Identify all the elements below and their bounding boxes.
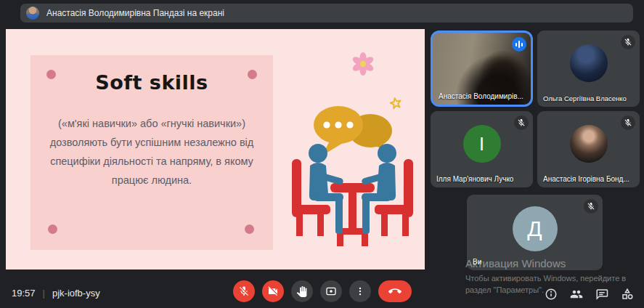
mic-muted-icon (621, 35, 635, 49)
meeting-info: 19:57 | pjk-iofb-ysy (12, 288, 100, 299)
avatar (570, 44, 608, 82)
raise-hand-button[interactable] (291, 280, 313, 302)
call-controls (233, 280, 412, 302)
presenter-status-bar: Анастасія Володимирівна Пандазі на екран… (20, 4, 633, 23)
end-call-button[interactable] (378, 280, 412, 302)
presenter-status-label: Анастасія Володимирівна Пандазі на екран… (46, 8, 224, 18)
decor-dot (48, 224, 57, 234)
clock-time: 19:57 (12, 288, 36, 299)
flower-icon (351, 52, 375, 76)
avatar-initial: Д (513, 206, 558, 251)
participant-name: Анастасія Володимирів... (439, 92, 523, 100)
decor-dot (46, 70, 56, 79)
participant-tile-olha[interactable]: Ольга Сергіївна Власенко (537, 31, 640, 107)
slide-title: Soft skills (30, 71, 273, 94)
chat-button[interactable] (595, 288, 608, 301)
camera-off-icon (267, 285, 279, 297)
meeting-code: pjk-iofb-ysy (52, 288, 100, 299)
more-options-button[interactable] (349, 280, 371, 302)
side-panel-icons (545, 288, 634, 301)
present-screen-button[interactable] (320, 280, 342, 302)
participant-tile-presenter[interactable]: Анастасія Володимирів... (431, 31, 533, 107)
star-icon (390, 97, 402, 109)
more-options-icon (355, 286, 365, 296)
avatar-initial: І (463, 125, 501, 163)
participant-name: Анастасія Ігорівна Бонд... (543, 175, 629, 183)
decor-dot (248, 70, 257, 79)
end-call-icon (388, 285, 402, 298)
mic-off-button[interactable] (233, 280, 255, 302)
activities-button[interactable] (621, 288, 634, 301)
slide-body-text: («м'які навички» або «гнучкі навички») д… (45, 114, 258, 190)
speaking-indicator-icon (512, 37, 526, 52)
participants-button[interactable] (570, 288, 583, 301)
presenter-avatar (26, 7, 39, 20)
shared-screen-presentation[interactable]: Soft skills («м'які навички» або «гнучкі… (6, 29, 425, 270)
divider: | (43, 288, 45, 299)
participant-name: Ольга Сергіївна Власенко (543, 94, 627, 102)
mic-muted-icon (621, 115, 635, 130)
participant-tile-anastasiia[interactable]: Анастасія Ігорівна Бонд... (537, 111, 640, 187)
info-button[interactable] (545, 288, 558, 301)
participant-tile-illia[interactable]: І Ілля Мар'янович Лучко (431, 111, 533, 187)
conversation-illustration (289, 46, 416, 254)
decor-dot (245, 224, 254, 234)
mic-off-icon (238, 285, 250, 297)
raise-hand-icon (296, 286, 307, 297)
present-screen-icon (325, 285, 337, 297)
slide-text-card: Soft skills («м'які навички» або «гнучкі… (30, 55, 273, 250)
mic-muted-icon (584, 199, 598, 214)
participant-name: Ілля Мар'янович Лучко (436, 175, 513, 183)
camera-off-button[interactable] (262, 280, 284, 302)
avatar (570, 125, 608, 163)
mic-muted-icon (514, 115, 529, 130)
windows-activation-watermark: Активация Windows (465, 257, 566, 270)
